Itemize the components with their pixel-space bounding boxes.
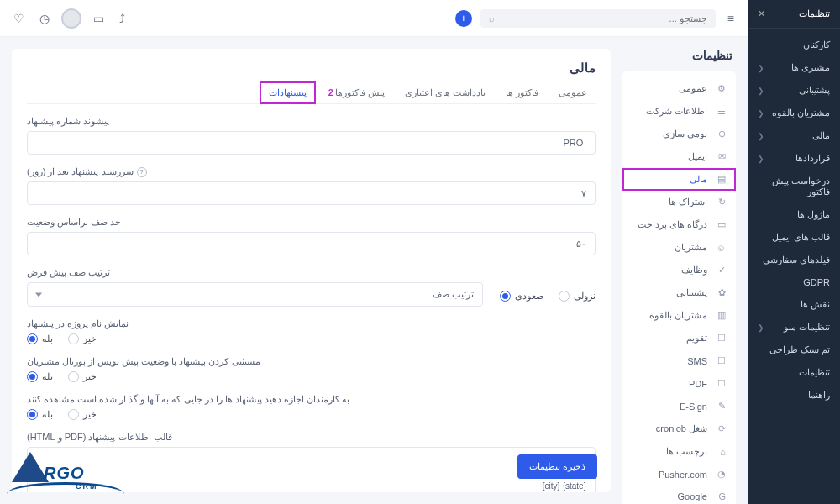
nav-item[interactable]: قالب های ایمیل	[748, 226, 840, 249]
nav-item[interactable]: تنظیمات	[748, 361, 840, 384]
tab[interactable]: عمومی	[550, 82, 596, 103]
chevron-left-icon: ❮	[758, 109, 764, 118]
page-title: مالی	[27, 60, 596, 76]
radio-icon	[68, 333, 79, 344]
nav-item[interactable]: مالی❮	[748, 124, 840, 147]
settings-menu-item[interactable]: ▭درگاه های پرداخت	[622, 213, 736, 236]
nav-item[interactable]: نقش ها	[748, 293, 840, 316]
bell-icon[interactable]: ♡	[10, 8, 28, 29]
radio-icon	[68, 409, 79, 420]
chevron-left-icon: ❮	[758, 132, 764, 140]
allow-staff-label: به کارمندان اجازه دهید پیشنهاد ها را در …	[27, 394, 596, 405]
menu-item-icon: ✉	[714, 151, 726, 162]
settings-menu-item[interactable]: ☐تقویم	[622, 327, 736, 349]
nav-item[interactable]: تنظیمات منو❮	[748, 316, 840, 339]
sort-asc-radio[interactable]: صعودی	[500, 291, 543, 302]
exclude-no-radio[interactable]: خیر	[68, 371, 97, 382]
nav-item[interactable]: ماژول ها	[748, 203, 840, 226]
settings-menu-item[interactable]: ☰اطلاعات شرکت	[622, 100, 736, 123]
close-icon[interactable]: ✕	[758, 8, 765, 19]
menu-item-icon: ⟳	[714, 423, 726, 434]
settings-title: تنظیمات	[622, 49, 736, 62]
settings-menu-item[interactable]: ⌂برچسب ها	[622, 440, 736, 463]
tab[interactable]: فاکتور ها	[497, 82, 547, 103]
menu-item-icon: ⚙	[714, 83, 726, 94]
radio-icon	[500, 291, 511, 302]
chevron-left-icon: ❮	[758, 87, 764, 95]
menu-item-icon: ▤	[714, 174, 726, 185]
menu-item-icon: ✿	[714, 287, 726, 298]
menu-item-icon: ⌂	[714, 447, 726, 457]
nav-item[interactable]: GDPR	[748, 271, 840, 293]
share-icon[interactable]: ⤴	[116, 8, 129, 29]
menu-item-icon: ✓	[714, 265, 726, 276]
settings-menu-item[interactable]: GGoogle	[622, 486, 736, 504]
allow-no-radio[interactable]: خیر	[68, 409, 97, 420]
due-input[interactable]	[27, 181, 596, 205]
radio-icon	[559, 291, 570, 302]
save-button[interactable]: ذخیره تنظیمات	[517, 454, 597, 479]
radio-icon	[68, 371, 79, 382]
menu-item-icon: ☺	[714, 243, 726, 253]
chevron-left-icon: ❮	[758, 155, 764, 163]
menu-item-icon: ▥	[714, 310, 726, 321]
settings-menu-item[interactable]: ↻اشتراک ها	[622, 191, 736, 213]
sidebar-title: تنظیمات	[799, 8, 830, 19]
settings-menu-item[interactable]: ▥مشتریان بالقوه	[622, 304, 736, 327]
tab[interactable]: پیش فاکتورها2	[318, 82, 393, 103]
nav-item[interactable]: پشتیبانی❮	[748, 79, 840, 102]
settings-menu-item[interactable]: ⚙عمومی	[622, 77, 736, 100]
settings-menu-item[interactable]: ▤مالی	[622, 168, 736, 191]
show-project-no-radio[interactable]: خیر	[68, 333, 97, 344]
menu-icon[interactable]: ≡	[724, 8, 738, 29]
limit-input[interactable]	[27, 232, 596, 255]
add-button[interactable]: +	[455, 10, 472, 27]
menu-item-icon: G	[714, 491, 726, 501]
menu-item-icon: ☐	[714, 333, 726, 344]
settings-menu-item[interactable]: ☐SMS	[622, 349, 736, 372]
settings-menu-item[interactable]: ✉ایمیل	[622, 145, 736, 168]
chevron-left-icon: ❮	[758, 323, 764, 332]
template-label: قالب اطلاعات پیشنهاد (PDF و HTML)	[27, 432, 596, 443]
prefix-label: پیشوند شماره پیشنهاد	[27, 116, 596, 127]
form-panel: مالی عمومیفاکتور هایادداشت های اعتباریپی…	[12, 49, 611, 492]
allow-yes-radio[interactable]: بله	[27, 409, 53, 420]
show-project-label: نمایش نام پروژه در پیشنهاد	[27, 318, 596, 329]
exclude-yes-radio[interactable]: بله	[27, 371, 53, 382]
settings-menu-item[interactable]: ⊕بومی سازی	[622, 123, 736, 145]
main-nav-sidebar: تنظیمات ✕ کارکنانمشتری ها❮پشتیبانی❮مشتری…	[748, 0, 840, 504]
settings-menu-item[interactable]: ◔Pusher.com	[622, 463, 736, 486]
settings-menu-item[interactable]: ⟳شغل cronjob	[622, 417, 736, 440]
menu-item-icon: ☐	[714, 378, 726, 389]
settings-menu-item[interactable]: ✿پشتیبانی	[622, 281, 736, 304]
nav-item[interactable]: فیلدهای سفارشی	[748, 249, 840, 271]
tab[interactable]: پیشنهادات	[260, 82, 315, 103]
menu-item-icon: ◔	[714, 469, 726, 480]
settings-menu-item[interactable]: ☐PDF	[622, 372, 736, 395]
settings-menu-item[interactable]: ☺مشتریان	[622, 236, 736, 259]
menu-item-icon: ☐	[714, 355, 726, 366]
nav-item[interactable]: درخواست پیش فاکتور	[748, 170, 840, 203]
sort-select[interactable]: ترتیب صف	[27, 282, 483, 307]
nav-item[interactable]: کارکنان	[748, 34, 840, 56]
search-wrap: ⌕	[480, 9, 716, 28]
nav-item[interactable]: مشتریان بالقوه❮	[748, 102, 840, 124]
tab[interactable]: یادداشت های اعتباری	[396, 82, 494, 103]
nav-item[interactable]: قراردادها❮	[748, 147, 840, 170]
menu-item-icon: ⊕	[714, 129, 726, 139]
nav-item[interactable]: تم سبک طراحی	[748, 339, 840, 361]
clipboard-icon[interactable]: ▭	[90, 8, 108, 29]
template-textarea[interactable]	[27, 447, 596, 492]
prefix-input[interactable]	[27, 131, 596, 155]
settings-menu-item[interactable]: ✎E-Sign	[622, 395, 736, 417]
settings-menu-item[interactable]: ✓وظایف	[622, 259, 736, 281]
avatar[interactable]	[61, 8, 81, 29]
search-input[interactable]	[501, 13, 707, 24]
menu-item-icon: ☰	[714, 106, 726, 117]
help-icon[interactable]: ?	[137, 167, 147, 177]
sort-desc-radio[interactable]: نزولی	[559, 291, 596, 302]
show-project-yes-radio[interactable]: بله	[27, 333, 53, 344]
nav-item[interactable]: راهنما	[748, 384, 840, 407]
clock-icon[interactable]: ◷	[36, 8, 53, 29]
nav-item[interactable]: مشتری ها❮	[748, 56, 840, 79]
